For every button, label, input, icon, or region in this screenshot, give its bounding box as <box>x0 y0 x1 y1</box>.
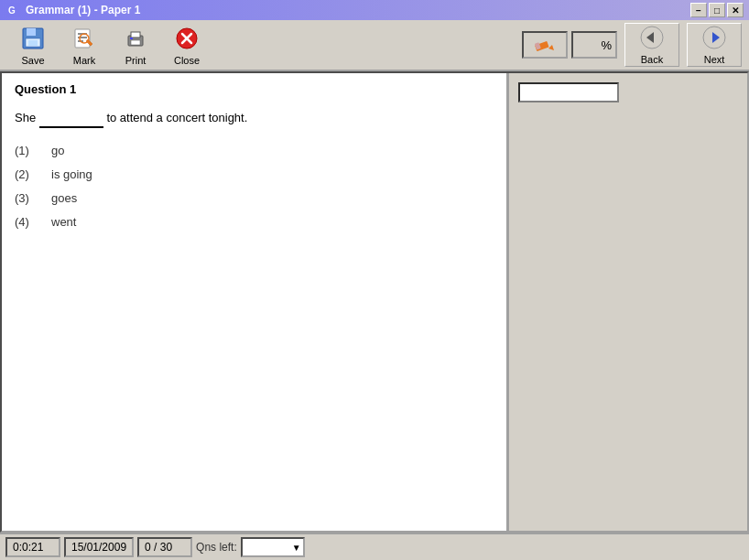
date-value: 15/01/2009 <box>71 541 126 554</box>
list-item: (4) went <box>15 214 494 231</box>
maximize-button[interactable]: □ <box>709 3 725 17</box>
option-num-3: (3) <box>15 190 51 207</box>
save-icon <box>18 24 48 53</box>
window-controls: − □ ✕ <box>690 3 744 17</box>
main-area: Question 1 She to attend a concert tonig… <box>0 71 749 533</box>
answer-input[interactable] <box>518 82 619 102</box>
percent-display: % <box>571 31 617 59</box>
close-icon <box>172 24 201 53</box>
list-item: (3) goes <box>15 190 494 207</box>
qns-left-dropdown[interactable]: ▼ <box>241 537 305 557</box>
options-list: (1) go (2) is going (3) goes (4) went <box>15 143 494 232</box>
question-title: Question 1 <box>15 82 494 96</box>
svg-rect-13 <box>131 40 140 45</box>
app-icon: G <box>5 3 20 17</box>
option-num-1: (1) <box>15 143 51 159</box>
pen-tool-area[interactable] <box>522 31 568 59</box>
mark-icon <box>70 24 99 53</box>
qns-left-label: Qns left: <box>196 541 237 554</box>
option-text-1: go <box>51 143 64 159</box>
question-panel: Question 1 She to attend a concert tonig… <box>2 73 509 531</box>
pen-icon <box>534 36 556 54</box>
progress-display: 0 / 30 <box>137 537 192 557</box>
back-button[interactable]: Back <box>624 23 679 67</box>
close-label: Close <box>174 55 200 66</box>
minimize-button[interactable]: − <box>690 3 707 17</box>
option-text-2: is going <box>51 167 92 183</box>
timer-value: 0:0:21 <box>13 541 43 554</box>
print-label: Print <box>125 55 147 66</box>
question-text: She to attend a concert tonight. <box>15 107 494 128</box>
print-icon <box>121 24 150 53</box>
svg-rect-3 <box>27 28 36 36</box>
list-item: (1) go <box>15 143 494 159</box>
option-text-4: went <box>51 214 76 231</box>
date-display: 15/01/2009 <box>64 537 134 557</box>
mark-label: Mark <box>73 55 95 66</box>
svg-rect-14 <box>130 38 133 39</box>
svg-rect-5 <box>28 40 38 46</box>
next-button[interactable]: Next <box>687 23 742 67</box>
status-bar: 0:0:21 15/01/2009 0 / 30 Qns left: ▼ <box>0 533 749 560</box>
toolbar: Save Mark Print <box>0 20 749 71</box>
svg-text:G: G <box>8 5 16 16</box>
svg-marker-19 <box>548 45 554 50</box>
option-num-4: (4) <box>15 214 51 231</box>
text-after: to attend a concert tonight. <box>106 111 247 124</box>
close-button[interactable]: Close <box>161 23 212 67</box>
list-item: (2) is going <box>15 167 494 183</box>
blank-line <box>39 107 103 128</box>
back-icon <box>639 25 665 52</box>
svg-rect-6 <box>75 29 90 48</box>
save-label: Save <box>21 55 44 66</box>
svg-rect-12 <box>131 32 140 38</box>
toolbar-right: % Back Next <box>522 23 742 67</box>
option-num-2: (2) <box>15 167 51 183</box>
back-label: Back <box>641 54 663 65</box>
timer-display: 0:0:21 <box>5 537 60 557</box>
close-window-button[interactable]: ✕ <box>727 3 744 17</box>
text-before: She <box>15 111 36 124</box>
save-button[interactable]: Save <box>7 23 59 67</box>
next-icon <box>701 25 727 52</box>
title-bar: G Grammar (1) - Paper 1 − □ ✕ <box>0 0 749 20</box>
next-label: Next <box>704 54 725 65</box>
mark-button[interactable]: Mark <box>59 23 110 67</box>
pen-area: % <box>522 31 617 59</box>
print-button[interactable]: Print <box>110 23 161 67</box>
percent-symbol: % <box>601 38 612 52</box>
option-text-3: goes <box>51 190 77 207</box>
answer-panel <box>509 73 747 531</box>
window-title: Grammar (1) - Paper 1 <box>26 4 140 16</box>
progress-value: 0 / 30 <box>145 541 172 554</box>
dropdown-arrow-icon: ▼ <box>292 543 301 553</box>
